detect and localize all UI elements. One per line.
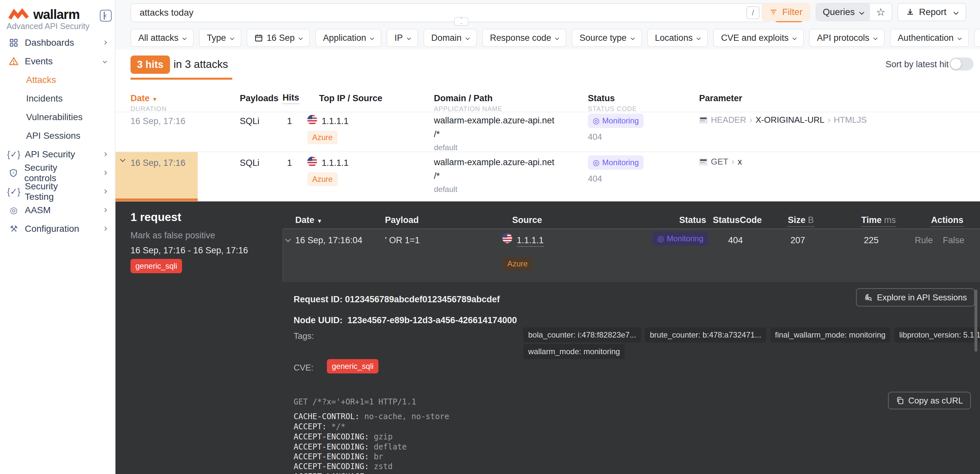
search-resize-handle[interactable]: ⌃⌄ bbox=[454, 17, 468, 26]
sidebar-item-vulnerabilities[interactable]: Vulnerabilities bbox=[0, 108, 115, 126]
request-detail-panel: 1 request Mark as false positive 16 Sep,… bbox=[116, 201, 980, 474]
request-id-value: 0123456789abcdef0123456789abcdef bbox=[345, 294, 500, 304]
sidebar-item-api-sessions[interactable]: API Sessions bbox=[0, 126, 115, 145]
detail-header-time[interactable]: Time ms bbox=[861, 215, 896, 227]
detail-header-payload: Payload bbox=[385, 215, 419, 225]
cve-tag[interactable]: generic_sqli bbox=[327, 359, 379, 373]
request-id-line: Request ID: 0123456789abcdef0123456789ab… bbox=[294, 294, 500, 305]
chevron-down-icon bbox=[873, 36, 878, 40]
search-input[interactable] bbox=[130, 3, 770, 22]
request-status-code: 404 bbox=[728, 235, 743, 246]
column-header-date[interactable]: Date ▼ bbox=[130, 93, 158, 104]
node-uuid-line: Node UUID: 123e4567-e89b-12d3-a456-42661… bbox=[294, 315, 517, 326]
filter-chip-api-protocols[interactable]: API protocols bbox=[809, 29, 885, 47]
chevron-down-icon bbox=[859, 10, 864, 15]
sidebar-item-security-testing[interactable]: {✓} Security Testing bbox=[0, 182, 115, 201]
chevron-right-icon bbox=[103, 171, 107, 175]
http-header: CACHE-CONTROL: no-cache, no-store bbox=[294, 412, 449, 421]
report-button[interactable]: Report bbox=[897, 3, 966, 21]
attack-row-payload[interactable]: SQLi bbox=[240, 116, 259, 126]
filter-chip-cve[interactable]: CVE and exploits bbox=[713, 29, 804, 47]
tag-chip[interactable]: brute_counter: b:478:a732471... bbox=[645, 327, 766, 342]
attack-row-domain[interactable]: wallarm-example.azure-api.net bbox=[434, 157, 554, 168]
detail-header-size[interactable]: Size B bbox=[788, 215, 814, 227]
chevron-down-icon bbox=[103, 59, 107, 63]
source-tag-azure[interactable]: Azure bbox=[307, 172, 338, 186]
http-header: ACCEPT-ENCODING: deflate bbox=[294, 442, 407, 452]
attack-row-ip[interactable]: 1.1.1.1 bbox=[322, 116, 349, 126]
attack-row-status-code: 404 bbox=[588, 174, 602, 184]
sort-toggle[interactable] bbox=[949, 57, 974, 70]
http-request-line: GET /*?x='+OR+1=1 HTTP/1.1 bbox=[294, 397, 416, 407]
filter-chip-domain[interactable]: Domain bbox=[423, 29, 477, 47]
attack-row-date[interactable]: 16 Sep, 17:16 bbox=[130, 158, 185, 168]
filter-chip-all-attacks[interactable]: All attacks bbox=[130, 29, 194, 47]
filter-button[interactable]: Filter bbox=[761, 3, 810, 21]
request-size: 207 bbox=[791, 235, 805, 246]
sidebar-item-aasm[interactable]: ◎ AASM bbox=[0, 201, 115, 219]
chevron-down-icon bbox=[697, 36, 701, 40]
sidebar-item-incidents[interactable]: Incidents bbox=[0, 89, 115, 108]
detail-header-actions[interactable]: Actions bbox=[931, 215, 963, 227]
sidebar-item-events[interactable]: Events bbox=[0, 52, 115, 70]
source-tag-azure[interactable]: Azure bbox=[503, 257, 533, 271]
attack-row-app: default bbox=[434, 185, 457, 194]
column-header-parameter: Parameter bbox=[699, 93, 742, 104]
filter-chip-response-code[interactable]: Response code bbox=[482, 29, 567, 47]
tag-chip[interactable]: libproton_version: 5.1.1 bbox=[894, 327, 980, 342]
column-header-hits[interactable]: Hits bbox=[283, 93, 299, 103]
detail-header-date[interactable]: Date ▼ bbox=[295, 215, 322, 225]
sidebar-collapse-icon[interactable]: ‹ bbox=[100, 10, 111, 22]
events-warning-icon bbox=[8, 56, 19, 67]
filter-chip-authentication[interactable]: Authentication bbox=[890, 29, 969, 47]
action-rule-link[interactable]: Rule bbox=[915, 235, 933, 246]
detail-header-source: Source bbox=[512, 215, 542, 225]
filter-funnel-icon bbox=[769, 8, 778, 16]
filter-chip-ip[interactable]: IP bbox=[387, 29, 418, 47]
mark-false-positive-link[interactable]: Mark as false positive bbox=[130, 230, 215, 241]
filter-chip-date[interactable]: 16 Sep bbox=[247, 29, 310, 47]
chevron-right-icon bbox=[103, 152, 107, 156]
tag-chip[interactable]: final_wallarm_mode: monitoring bbox=[770, 327, 891, 342]
attack-row-hits[interactable]: 1 bbox=[287, 158, 292, 168]
attack-type-tag[interactable]: generic_sqli bbox=[130, 259, 182, 273]
request-ip[interactable]: 1.1.1.1 bbox=[517, 235, 544, 247]
attack-row-hits[interactable]: 1 bbox=[287, 116, 292, 126]
us-flag-icon bbox=[307, 157, 317, 166]
selected-row-accent-bar bbox=[116, 198, 198, 201]
filter-chip-locations[interactable]: Locations bbox=[647, 29, 708, 47]
filter-chip-application[interactable]: Application bbox=[315, 29, 381, 47]
hits-count-badge: 3 hits bbox=[130, 56, 170, 74]
sidebar-item-api-security[interactable]: {✓} API Security bbox=[0, 145, 115, 164]
attack-row-parameter: GET›x bbox=[699, 157, 742, 167]
filter-chip-type[interactable]: Type bbox=[199, 29, 242, 47]
filter-chip-source-type[interactable]: Source type bbox=[571, 29, 642, 47]
favorite-star-button[interactable]: ☆ bbox=[870, 3, 892, 21]
sort-by-latest-hit-label: Sort by latest hit bbox=[885, 59, 949, 70]
monitoring-eye-icon: ◎ bbox=[657, 234, 664, 243]
sidebar-item-configuration[interactable]: ⚒ Configuration bbox=[0, 219, 115, 238]
attack-row-domain[interactable]: wallarm-example.azure-api.net bbox=[434, 116, 554, 126]
filter-chip-compare-to[interactable]: Compare to... bbox=[974, 29, 980, 47]
tag-chip[interactable]: wallarm_mode: monitoring bbox=[523, 344, 625, 359]
header-param-icon bbox=[699, 158, 708, 166]
chevron-down-icon bbox=[230, 36, 234, 40]
sidebar-item-attacks[interactable]: Attacks bbox=[0, 70, 115, 89]
queries-button[interactable]: Queries bbox=[816, 3, 870, 21]
sidebar-item-security-controls[interactable]: Security controls bbox=[0, 164, 115, 182]
chevron-right-icon bbox=[103, 40, 107, 45]
scrollbar-thumb[interactable] bbox=[974, 290, 977, 351]
http-header: ACCEPT: */* bbox=[294, 422, 345, 431]
attack-row-ip[interactable]: 1.1.1.1 bbox=[322, 158, 349, 168]
tag-chip[interactable]: bola_counter: i:478:f82823e7... bbox=[523, 327, 641, 342]
action-false-link[interactable]: False bbox=[943, 235, 964, 246]
aasm-spiral-icon: ◎ bbox=[8, 205, 19, 215]
source-tag-azure[interactable]: Azure bbox=[307, 131, 338, 144]
chevron-right-icon bbox=[103, 208, 107, 212]
request-payload: ' OR 1=1 bbox=[385, 235, 420, 246]
chevron-down-icon bbox=[555, 36, 560, 40]
copy-as-curl-button[interactable]: Copy as cURL bbox=[888, 392, 971, 409]
attack-row-payload[interactable]: SQLi bbox=[240, 158, 259, 168]
sidebar-item-dashboards[interactable]: Dashboards bbox=[0, 33, 115, 52]
explore-api-sessions-button[interactable]: Explore in API Sessions bbox=[856, 288, 975, 306]
